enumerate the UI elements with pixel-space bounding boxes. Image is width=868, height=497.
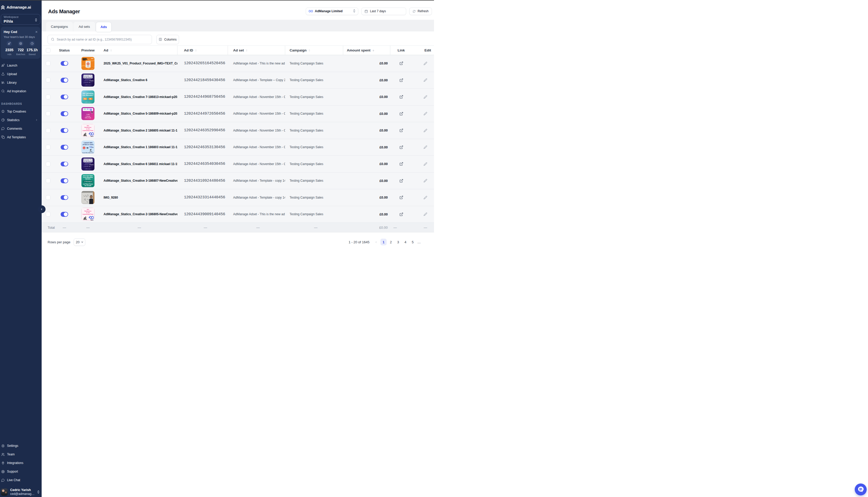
svg-text:1 click: 1 click	[86, 114, 90, 115]
svg-text:● Intercom: ● Intercom	[84, 80, 88, 81]
svg-text:box: box	[89, 166, 91, 167]
svg-text:TikTok: TikTok	[90, 151, 92, 152]
svg-text:Meta: Meta	[91, 136, 93, 137]
svg-text:❖ Dropbox: ❖ Dropbox	[89, 164, 94, 165]
svg-text:▲ Admanage.ai: ▲ Admanage.ai	[85, 102, 92, 103]
svg-text:▲ SmartRec: ▲ SmartRec	[84, 82, 89, 83]
svg-text:TikTok: TikTok	[83, 219, 87, 220]
svg-text:1 minute: 1 minute	[86, 116, 90, 117]
svg-text:100s of ads: 100s of ads	[85, 117, 91, 118]
svg-text:No: No	[90, 98, 92, 100]
svg-text:TikTok: TikTok	[83, 135, 87, 137]
svg-text:▲ Admanage.ai: ▲ Admanage.ai	[85, 84, 91, 86]
svg-text:Launching Time: Launching Time	[82, 129, 93, 131]
svg-text:Meta: Meta	[91, 219, 93, 221]
svg-text:▲ Admanage.ai: ▲ Admanage.ai	[84, 181, 92, 182]
svg-text:Still Uploading: Still Uploading	[82, 93, 93, 94]
svg-text:Launch 100s: Launch 100s	[84, 142, 93, 143]
svg-text:Meta: Meta	[92, 147, 94, 148]
svg-text:box: box	[89, 82, 91, 83]
svg-text:12x: 12x	[83, 147, 85, 149]
svg-text:● Intercom: ● Intercom	[84, 164, 88, 165]
svg-text:of Ads in <1min.: of Ads in <1min.	[82, 144, 94, 145]
svg-text:Uploads.: Uploads.	[85, 178, 91, 180]
svg-text:Ad Workflows: Ad Workflows	[84, 77, 93, 78]
svg-text:Ads Manually?: Ads Manually?	[82, 94, 94, 96]
svg-text:Launch 100s of Ads in 1min: Launch 100s of Ads in 1min	[82, 152, 94, 153]
svg-text:On Growth: On Growth	[85, 185, 91, 186]
svg-text:Launching Time: Launching Time	[82, 213, 93, 215]
svg-text:Yes: Yes	[84, 98, 86, 100]
svg-text:❖ Dropbox: ❖ Dropbox	[89, 80, 94, 81]
svg-text:Ad Workflows: Ad Workflows	[84, 160, 93, 162]
svg-text:▲ SmartRec: ▲ SmartRec	[84, 166, 89, 167]
svg-text:▲ Admanage.ai: ▲ Admanage.ai	[85, 168, 91, 170]
